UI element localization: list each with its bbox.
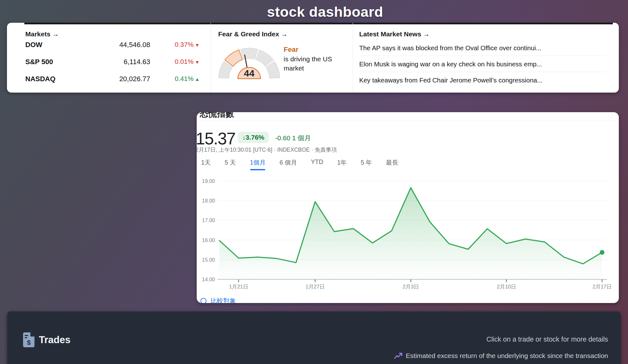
svg-text:2月3日: 2月3日: [403, 284, 419, 289]
tab-max[interactable]: 最長: [386, 158, 398, 170]
vix-chart-card: 恐慌指數 15.37 ↓3.76% -0.60 1 個月 2月17日, 上午10…: [197, 112, 619, 303]
gauge-value: 44: [244, 68, 255, 78]
price-line-chart: 19.0018.0017.0016.0015.0014.001月21日1月27日…: [197, 174, 618, 290]
svg-text:18.00: 18.00: [202, 198, 215, 203]
fear-greed-description: is driving the US market: [284, 54, 332, 73]
index-change: 0.01%▼: [175, 58, 200, 65]
svg-text:16.00: 16.00: [202, 237, 215, 243]
index-value: 20,026.77: [119, 75, 150, 83]
svg-text:1月27日: 1月27日: [305, 284, 325, 289]
svg-text:$: $: [27, 339, 31, 346]
tab-5y[interactable]: 5 年: [361, 158, 372, 170]
table-row[interactable]: DOW 44,546.08 0.37%▼: [7, 41, 211, 50]
fear-greed-gauge-icon: 44: [218, 47, 281, 80]
search-icon: [200, 298, 206, 303]
news-heading-link[interactable]: Latest Market News →: [359, 30, 430, 38]
fear-greed-heading-link[interactable]: Fear & Greed Index →: [218, 30, 287, 38]
absolute-change-label: -0.60 1 個月: [275, 134, 311, 143]
svg-text:2月10日: 2月10日: [497, 284, 516, 289]
divider: [197, 121, 619, 121]
trades-hint: Click on a trade or stock for more detai…: [486, 336, 608, 343]
news-item[interactable]: Elon Musk is waging war on a key check o…: [359, 56, 606, 72]
index-name: S&P 500: [25, 58, 53, 66]
svg-text:2月17日: 2月17日: [593, 284, 612, 289]
triangle-up-icon: ▲: [195, 76, 200, 82]
trades-title: Trades: [39, 334, 71, 346]
triangle-down-icon: ▼: [195, 42, 200, 48]
triangle-down-icon: ▼: [195, 59, 200, 65]
index-name: NASDAQ: [25, 75, 55, 83]
tab-1y[interactable]: 1年: [337, 158, 347, 170]
svg-text:19.00: 19.00: [202, 178, 215, 184]
table-row[interactable]: NASDAQ 20,026.77 0.41%▲: [7, 75, 211, 84]
index-value: 44,546.08: [119, 41, 150, 49]
tab-1d[interactable]: 1天: [201, 158, 211, 170]
trades-panel: $ Trades Click on a trade or stock for m…: [7, 311, 621, 364]
svg-text:1月21日: 1月21日: [229, 284, 248, 289]
svg-text:17.00: 17.00: [202, 217, 215, 223]
tab-ytd[interactable]: YTD: [311, 158, 323, 170]
receipt-icon: $: [23, 332, 34, 347]
index-name: DOW: [25, 41, 42, 49]
percent-change-badge: ↓3.76%: [238, 132, 269, 143]
tab-1m[interactable]: 1個月: [250, 158, 266, 170]
svg-text:15.00: 15.00: [202, 257, 215, 263]
markets-heading-link[interactable]: Markets →: [25, 30, 59, 38]
divider: [353, 23, 353, 93]
trending-up-icon: [394, 352, 403, 359]
quote-timestamp: 2月17日, 上午10:30:01 [UTC-6] · INDEXCBOE · …: [197, 146, 337, 154]
page-title: stock dashboard: [0, 4, 628, 20]
market-overview-card: Markets → DOW 44,546.08 0.37%▼ S&P 500 6…: [7, 23, 619, 93]
chart-title-clipped: 恐慌指數: [200, 112, 234, 119]
tab-6m[interactable]: 6 個月: [280, 158, 297, 170]
compare-label: 比較對象: [211, 297, 236, 303]
compare-button[interactable]: 比較對象: [200, 297, 236, 303]
index-change: 0.41%▲: [175, 75, 200, 82]
price-value: 15.37: [197, 129, 235, 148]
fear-greed-label: Fear: [284, 46, 298, 54]
trades-note: Estimated excess return of the underlyin…: [394, 352, 608, 360]
index-value: 6,114.63: [124, 58, 150, 66]
index-change: 0.37%▼: [175, 41, 200, 48]
news-item[interactable]: Key takeaways from Fed Chair Jerome Powe…: [359, 72, 606, 88]
range-tabs: 1天 5 天 1個月 6 個月 YTD 1年 5 年 最長: [201, 158, 398, 170]
svg-text:14.00: 14.00: [202, 276, 215, 282]
tab-5d[interactable]: 5 天: [225, 158, 236, 170]
divider: [211, 23, 211, 93]
news-item[interactable]: The AP says it was blocked from the Oval…: [359, 40, 606, 56]
table-row[interactable]: S&P 500 6,114.63 0.01%▼: [7, 58, 211, 67]
